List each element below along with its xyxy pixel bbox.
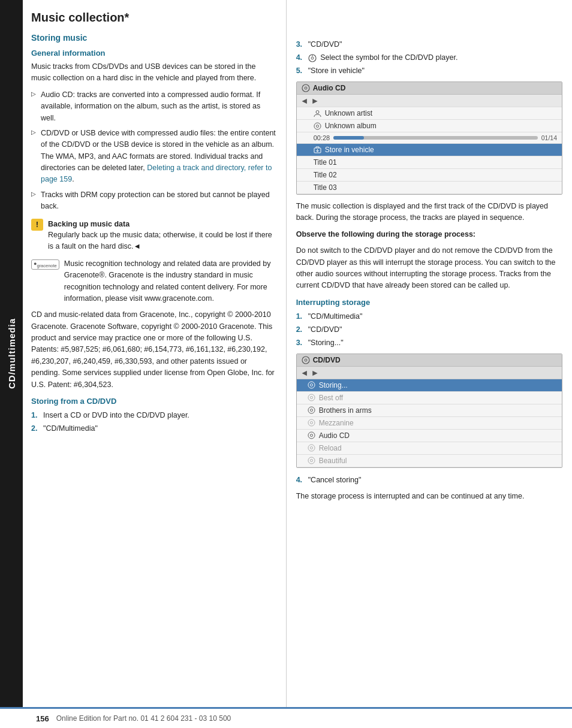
audio-cd-icon xyxy=(302,84,310,92)
general-info-title: General information xyxy=(31,49,276,58)
footer-text: Online Edition for Part no. 01 41 2 604 … xyxy=(56,714,231,723)
interrupting-steps: 1."CD/Multimedia" 2."CD/DVD" 3."Storing.… xyxy=(296,310,562,349)
cd-row-icon xyxy=(308,406,315,414)
cd-nav-row: ◄ ► xyxy=(297,367,562,379)
list-item: 2."CD/Multimedia" xyxy=(31,422,276,434)
ui-row-album: Unknown album xyxy=(297,120,562,132)
gracenote-box: ●gracenote Music recognition technology … xyxy=(31,258,276,305)
progress-bar xyxy=(333,136,538,140)
general-info-para: Music tracks from CDs/DVDs and USB devic… xyxy=(31,61,276,84)
svg-point-14 xyxy=(308,394,315,401)
ui-row-title03: Title 03 xyxy=(297,182,562,194)
svg-point-22 xyxy=(308,445,315,451)
warning-icon: ! xyxy=(31,219,43,231)
progress-row: 00:28 01/14 xyxy=(297,132,562,144)
svg-point-23 xyxy=(310,447,312,449)
svg-point-3 xyxy=(302,84,309,92)
album-icon xyxy=(314,122,321,130)
svg-point-10 xyxy=(302,357,309,364)
gracenote-logo: ●gracenote xyxy=(31,259,59,270)
svg-point-15 xyxy=(310,397,312,399)
list-item: Audio CD: tracks are converted into a co… xyxy=(31,89,276,124)
para-final: The storage process is interrupted and c… xyxy=(296,491,562,502)
svg-point-12 xyxy=(308,382,315,388)
svg-point-5 xyxy=(316,110,319,113)
person-icon xyxy=(314,110,321,117)
svg-point-20 xyxy=(308,432,315,439)
observe-detail: Do not switch to the CD/DVD player and d… xyxy=(296,245,562,292)
page-number: 156 xyxy=(12,714,49,723)
sidebar: CD/multimedia xyxy=(0,0,23,707)
progress-fill xyxy=(333,136,364,140)
storing-music-title: Storing music xyxy=(31,33,276,43)
right-column: 3."CD/DVD" 4. Select the symbol for the … xyxy=(287,0,572,707)
svg-point-19 xyxy=(310,422,312,424)
svg-point-4 xyxy=(305,87,307,89)
cd-row-beautiful: Beautiful xyxy=(297,455,562,467)
cd-row-brothers: Brothers in arms xyxy=(297,404,562,417)
step4-list: 4."Cancel storing" xyxy=(296,474,562,486)
list-item: 4."Cancel storing" xyxy=(296,474,562,486)
svg-point-7 xyxy=(316,125,318,127)
svg-point-13 xyxy=(310,384,312,386)
list-item: 5."Store in vehicle" xyxy=(296,65,562,77)
cd-row-icon xyxy=(308,394,315,401)
svg-point-18 xyxy=(308,419,315,426)
cd-row-icon xyxy=(308,431,315,439)
list-item: 3."Storing..." xyxy=(296,337,562,349)
list-item: 4. Select the symbol for the CD/DVD play… xyxy=(296,52,562,64)
storing-cd-steps: 1.Insert a CD or DVD into the CD/DVD pla… xyxy=(31,409,276,434)
cd-row-icon xyxy=(308,457,315,464)
list-item: 2."CD/DVD" xyxy=(296,324,562,336)
cd-row-storing[interactable]: Storing... xyxy=(297,379,562,392)
ui-row-title02: Title 02 xyxy=(297,169,562,182)
ui-box-body: ◄ ► Unknown artist U xyxy=(297,95,562,194)
left-column: Music collection* Storing music General … xyxy=(23,0,287,707)
svg-point-6 xyxy=(314,123,321,129)
store-in-vehicle-row[interactable]: Store in vehicle xyxy=(297,144,562,156)
cd-dvd-ui-box: CD/DVD ◄ ► Storing... Best off xyxy=(296,354,562,468)
bullet-list: Audio CD: tracks are converted into a co… xyxy=(31,89,276,213)
ui-row-artist: Unknown artist xyxy=(297,107,562,120)
gracenote-text: Music recognition technology and related… xyxy=(64,258,276,305)
steps-continued: 3."CD/DVD" 4. Select the symbol for the … xyxy=(296,38,562,77)
observe-text: Observe the following during the storage… xyxy=(296,229,562,240)
audio-cd-ui-box: Audio CD ◄ ► Unknown artist xyxy=(296,81,562,195)
ui-box-title: Audio CD xyxy=(297,82,562,95)
warning-text: Backing up music data Regularly back up … xyxy=(48,219,276,252)
cd-row-reload: Reload xyxy=(297,442,562,455)
cd-left-arrow-icon[interactable]: ◄ xyxy=(300,368,309,377)
svg-point-11 xyxy=(305,359,307,361)
svg-point-25 xyxy=(310,460,312,462)
left-arrow-icon[interactable]: ◄ xyxy=(300,96,309,105)
list-item: 1."CD/Multimedia" xyxy=(296,310,562,322)
cd-row-icon xyxy=(308,381,315,389)
list-item: 1.Insert a CD or DVD into the CD/DVD pla… xyxy=(31,409,276,421)
warning-box: ! Backing up music data Regularly back u… xyxy=(31,219,276,252)
svg-point-21 xyxy=(310,434,312,437)
list-item: Tracks with DRM copy protection can be s… xyxy=(31,189,276,213)
cd-row-bestoff: Best off xyxy=(297,392,562,404)
svg-point-16 xyxy=(308,407,315,413)
cd-row-icon xyxy=(308,444,315,452)
svg-point-1 xyxy=(311,57,314,59)
footer: 156 Online Edition for Part no. 01 41 2 … xyxy=(0,707,572,728)
cd-row-mezzanine: Mezzanine xyxy=(297,417,562,430)
cd-dvd-box-icon xyxy=(302,356,310,364)
warning-title: Backing up music data xyxy=(48,219,276,230)
interrupting-title: Interrupting storage xyxy=(296,298,562,307)
page-title: Music collection* xyxy=(31,11,276,25)
right-arrow-icon[interactable]: ► xyxy=(311,96,320,105)
link-deleting[interactable]: Deleting a track and directory, refer to… xyxy=(41,164,272,183)
copyright-text: CD and music-related data from Gracenote… xyxy=(31,309,276,391)
svg-point-24 xyxy=(308,457,315,464)
storing-cd-title: Storing from a CD/DVD xyxy=(31,397,276,406)
list-item: 3."CD/DVD" xyxy=(296,38,562,50)
cd-row-audiocd: Audio CD xyxy=(297,430,562,442)
list-item: CD/DVD or USB device with compressed aud… xyxy=(31,128,276,186)
para-after-box1: The music collection is displayed and th… xyxy=(296,201,562,224)
ui-row-title01: Title 01 xyxy=(297,156,562,169)
cd-right-arrow-icon[interactable]: ► xyxy=(311,368,320,377)
cd-symbol-icon xyxy=(308,54,317,62)
nav-arrows-row: ◄ ► xyxy=(297,95,562,107)
